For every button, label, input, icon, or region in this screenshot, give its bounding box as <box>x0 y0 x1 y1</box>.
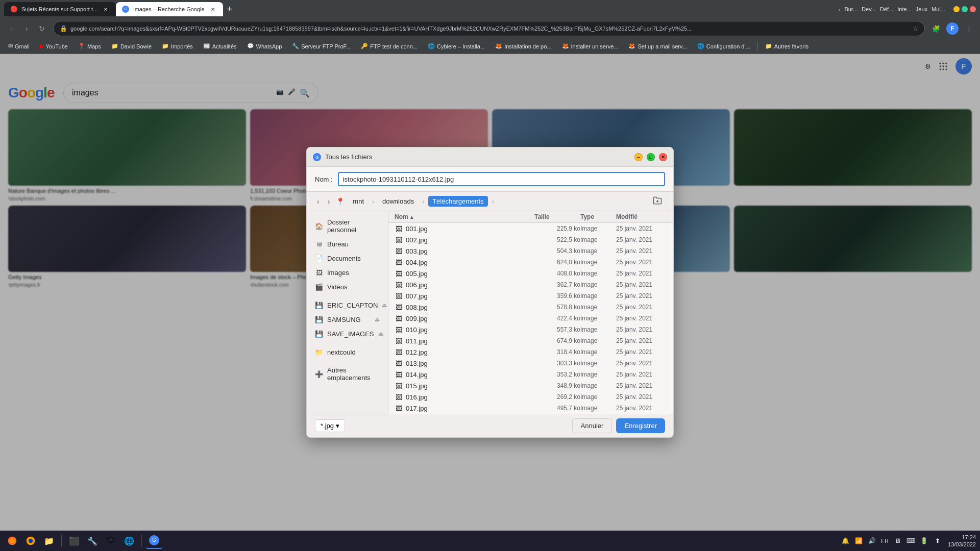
bookmark-davidbowie[interactable]: 📁 David Bowie <box>107 42 156 51</box>
profile-button[interactable]: F <box>945 21 960 36</box>
bookmark-install1[interactable]: 🦊 Installation de po... <box>491 42 555 51</box>
profile-mul[interactable]: Mul... <box>932 6 945 12</box>
tray-battery-icon[interactable]: 🔋 <box>918 535 930 547</box>
star-icon[interactable]: ☆ <box>913 25 918 32</box>
extensions-button[interactable]: 🧩 <box>929 21 943 36</box>
file-row-003[interactable]: 🖼 003.jpg 504,3 ko Image 25 janv. 2021 <box>388 245 673 257</box>
filter-dropdown[interactable]: *.jpg ▾ <box>315 419 345 432</box>
sidebar-item-eric-clapton[interactable]: 💾 ERIC_CLAPTON ⏏ <box>309 298 386 312</box>
bookmark-actualites[interactable]: 📰 Actualités <box>199 42 241 51</box>
profile-def[interactable]: Déf... <box>880 6 893 12</box>
file-row-016[interactable]: 🖼 016.jpg 269,2 ko Image 25 janv. 2021 <box>388 391 673 403</box>
taskbar-active-app[interactable]: G <box>146 533 162 549</box>
back-button[interactable]: ‹ <box>4 21 18 36</box>
profile-bur[interactable]: Bur... <box>844 6 857 12</box>
file-row-002[interactable]: 🖼 002.jpg 522,5 ko Image 25 janv. 2021 <box>388 234 673 245</box>
bookmark-autres[interactable]: 📁 Autres favoris <box>761 42 813 51</box>
column-header-type[interactable]: Type <box>580 213 616 220</box>
bookmark-mail[interactable]: 🦊 Set up a mail serv... <box>624 42 691 51</box>
taskbar-terminal-icon[interactable]: ⬛ <box>66 533 82 549</box>
tab-2[interactable]: G images – Recherche Google ✕ <box>116 2 223 16</box>
nav-back-button[interactable]: ‹ <box>315 196 322 207</box>
file-row-017[interactable]: 🖼 017.jpg 495,7 ko Image 25 janv. 2021 <box>388 403 673 414</box>
bookmark-ftp1[interactable]: 🔧 Serveur FTP ProF... <box>288 42 355 51</box>
bookmark-importes[interactable]: 📁 Importés <box>158 42 197 51</box>
taskbar-chrome-icon[interactable]: 🌐 <box>121 533 137 549</box>
column-header-taille[interactable]: Taille <box>534 213 580 220</box>
file-row-014[interactable]: 🖼 014.jpg 353,2 ko Image 25 janv. 2021 <box>388 369 673 380</box>
tray-display-icon[interactable]: 🖥 <box>892 535 904 547</box>
filelist-scroll[interactable]: 🖼 001.jpg 225,9 ko Image 25 janv. 2021 <box>388 223 673 414</box>
eject-icon-3[interactable]: ⏏ <box>378 331 383 337</box>
file-row-006[interactable]: 🖼 006.jpg 362,7 ko Image 25 janv. 2021 <box>388 279 673 290</box>
sidebar-item-nextcould[interactable]: 📁 nextcould <box>309 345 386 359</box>
taskbar-tool-icon[interactable]: 🔧 <box>84 533 101 549</box>
sidebar-item-autres-emplacements[interactable]: ➕ Autres emplacements <box>309 363 386 385</box>
file-row-005[interactable]: 🖼 005.jpg 408,0 ko Image 25 janv. 2021 <box>388 268 673 279</box>
refresh-button[interactable]: ↻ <box>35 21 49 36</box>
taskbar-start-button[interactable] <box>4 533 20 549</box>
dialog-maximize-button[interactable]: □ <box>647 153 655 161</box>
bookmark-cybiere[interactable]: 🌐 Cybiere – Installa... <box>424 42 489 51</box>
sidebar-item-save-images[interactable]: 💾 SAVE_IMAGES ⏏ <box>309 327 386 341</box>
language-indicator[interactable]: FR <box>879 538 891 544</box>
new-folder-button[interactable] <box>650 195 665 208</box>
taskbar-files-icon[interactable]: 📁 <box>41 533 57 549</box>
bookmark-whatsapp[interactable]: 💬 WhatsApp <box>243 42 286 51</box>
bookmark-config[interactable]: 🌐 Configuration d'... <box>693 42 754 51</box>
tray-more-icon[interactable]: ⬆ <box>932 535 944 547</box>
profile-jeux[interactable]: Jeux <box>916 6 927 12</box>
maximize-button[interactable] <box>962 6 968 12</box>
tray-network-icon[interactable]: 📶 <box>852 535 865 547</box>
tab-scroll-right[interactable]: › <box>838 6 840 13</box>
bookmark-youtube[interactable]: ▶ YouTube <box>36 42 72 51</box>
tray-icon-1[interactable]: 🔔 <box>839 535 851 547</box>
file-row-012[interactable]: 🖼 012.jpg 318,4 ko Image 25 janv. 2021 <box>388 346 673 358</box>
minimize-button[interactable] <box>953 6 960 12</box>
file-row-001[interactable]: 🖼 001.jpg 225,9 ko Image 25 janv. 2021 <box>388 223 673 234</box>
tab-1[interactable]: 🔴 Sujets Récents sur Support t... ✕ <box>4 2 116 16</box>
bookmark-gmail[interactable]: ✉ Gmail <box>4 42 34 51</box>
file-row-004[interactable]: 🖼 004.jpg 624,0 ko Image 25 janv. 2021 <box>388 257 673 268</box>
file-row-011[interactable]: 🖼 011.jpg 674,9 ko Image 25 janv. 2021 <box>388 335 673 346</box>
sidebar-item-bureau[interactable]: 🖥 Bureau <box>309 237 386 251</box>
bookmark-ftp2[interactable]: 🔑 FTP test de conn... <box>357 42 422 51</box>
cancel-button[interactable]: Annuler <box>572 418 612 433</box>
breadcrumb-mnt[interactable]: mnt <box>349 196 368 207</box>
profile-dev[interactable]: Dev... <box>862 6 876 12</box>
breadcrumb-telechargements[interactable]: Téléchargements <box>428 196 487 207</box>
taskbar-firefox-icon[interactable] <box>22 533 39 549</box>
file-row-008[interactable]: 🖼 008.jpg 578,8 ko Image 25 janv. 2021 <box>388 302 673 313</box>
tray-audio-icon[interactable]: 🔊 <box>866 535 878 547</box>
column-header-modifie[interactable]: Modifié <box>616 213 667 220</box>
sidebar-item-dossier-personnel[interactable]: 🏠 Dossier personnel <box>309 215 386 237</box>
url-bar[interactable]: 🔒 google.com/search?q=images&sxsrf=APq-W… <box>53 21 925 36</box>
bookmark-install2[interactable]: 🦊 Installer un serve... <box>558 42 623 51</box>
forward-button[interactable]: › <box>19 21 34 36</box>
dialog-close-button[interactable]: ✕ <box>659 153 667 161</box>
file-row-010[interactable]: 🖼 010.jpg 557,3 ko Image 25 janv. 2021 <box>388 324 673 335</box>
sidebar-item-samsung[interactable]: 💾 SAMSUNG ⏏ <box>309 312 386 327</box>
filename-input[interactable] <box>338 172 665 186</box>
taskbar-shield-icon[interactable]: 🛡 <box>103 533 119 549</box>
eject-icon-2[interactable]: ⏏ <box>375 316 380 323</box>
new-tab-button[interactable]: + <box>223 2 237 17</box>
sidebar-item-images[interactable]: 🖼 Images <box>309 265 386 280</box>
file-row-013[interactable]: 🖼 013.jpg 303,3 ko Image 25 janv. 2021 <box>388 358 673 369</box>
save-button[interactable]: Enregistrer <box>616 418 665 433</box>
file-row-007[interactable]: 🖼 007.jpg 359,6 ko Image 25 janv. 2021 <box>388 290 673 302</box>
browser-menu-button[interactable]: ⋮ <box>962 21 976 36</box>
bookmark-maps[interactable]: 📍 Maps <box>74 42 105 51</box>
close-button[interactable] <box>970 6 976 12</box>
breadcrumb-downloads[interactable]: downloads <box>378 196 418 207</box>
file-row-015[interactable]: 🖼 015.jpg 348,9 ko Image 25 janv. 2021 <box>388 380 673 391</box>
column-header-nom[interactable]: Nom ▲ <box>395 213 534 220</box>
eject-icon-1[interactable]: ⏏ <box>382 302 387 309</box>
tray-keyboard-icon[interactable]: ⌨ <box>905 535 917 547</box>
profile-int[interactable]: Inte... <box>897 6 912 12</box>
tab-2-close[interactable]: ✕ <box>209 5 217 13</box>
file-row-009[interactable]: 🖼 009.jpg 422,4 ko Image 25 janv. 2021 <box>388 313 673 324</box>
nav-forward-button[interactable]: › <box>326 196 332 207</box>
sidebar-item-videos[interactable]: 🎬 Vidéos <box>309 280 386 294</box>
tab-1-close[interactable]: ✕ <box>102 5 110 13</box>
